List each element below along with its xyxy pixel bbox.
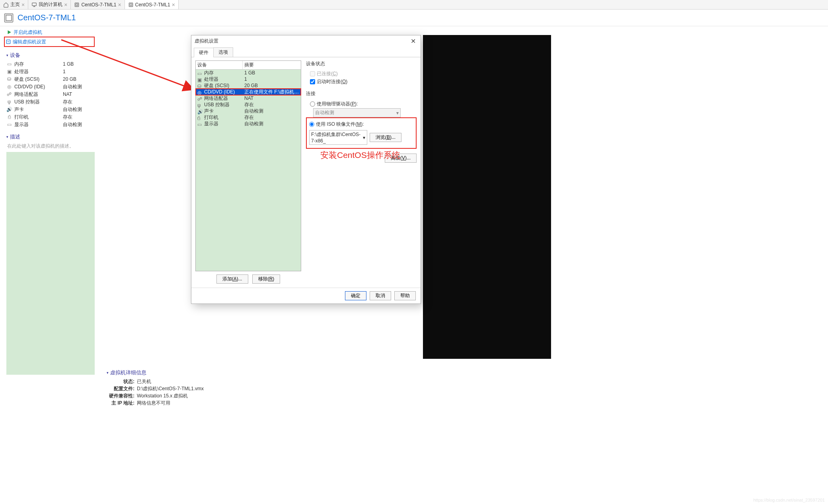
cd-icon: ◎ xyxy=(6,84,12,90)
tab-bar: 主页 × 我的计算机 × CentOS-7-TML1 × CentOS-7-TM… xyxy=(0,0,828,10)
close-icon[interactable]: × xyxy=(172,2,175,8)
hw-row[interactable]: ▣处理器1 xyxy=(196,76,301,82)
power-on-link[interactable]: 开启此虚拟机 xyxy=(6,29,95,36)
physical-radio-input[interactable] xyxy=(310,101,315,107)
hw-row[interactable]: ▭显示器自动检测 xyxy=(196,121,301,127)
edit-settings-highlight: 编辑虚拟机设置 xyxy=(4,37,95,47)
tab-my-computer[interactable]: 我的计算机 × xyxy=(28,0,71,9)
vm-title-icon xyxy=(3,12,14,23)
tab-label: CentOS-7-TML1 xyxy=(135,2,170,8)
vm-preview xyxy=(423,35,551,359)
edit-settings-link[interactable]: 编辑虚拟机设置 xyxy=(6,38,70,45)
cd-icon: ◎ xyxy=(197,90,203,95)
close-icon[interactable]: × xyxy=(21,2,25,8)
remove-button[interactable]: 移除(R) xyxy=(252,274,281,284)
add-button[interactable]: 添加(A)... xyxy=(216,274,248,284)
vm-title: CentOS-7-TML1 xyxy=(18,13,76,22)
vm-settings-dialog: 虚拟机设置 ✕ 硬件 选项 设备 摘要 ▭内存1 GB ▣处理器1 ⛁硬盘 (S… xyxy=(191,35,421,304)
vm-details: 虚拟机详细信息 状态:已关机 配置文件:D:\虚拟机\CentOS-7-TML1… xyxy=(107,369,204,407)
net-icon: ☍ xyxy=(6,92,12,97)
dialog-titlebar[interactable]: 虚拟机设置 ✕ xyxy=(191,35,421,47)
hardware-list-header: 设备 摘要 xyxy=(196,61,301,70)
vm-title-row: CentOS-7-TML1 xyxy=(0,10,828,26)
device-row[interactable]: 🔊声卡自动检测 xyxy=(6,106,95,113)
tab-vm-1[interactable]: CentOS-7-TML1 × xyxy=(71,0,125,9)
tab-home[interactable]: 主页 × xyxy=(0,0,28,9)
dialog-tabs: 硬件 选项 xyxy=(191,47,421,57)
net-icon: ☍ xyxy=(197,96,203,101)
display-icon: ▭ xyxy=(6,122,12,128)
memory-icon: ▭ xyxy=(197,70,203,76)
use-physical-radio[interactable]: 使用物理驱动器(P): xyxy=(306,99,417,108)
connection-title: 连接 xyxy=(306,90,417,97)
vm-icon xyxy=(128,2,134,8)
tab-options[interactable]: 选项 xyxy=(213,47,233,57)
annotation-text: 安装CentOS操作系统 xyxy=(320,150,400,161)
hw-row[interactable]: ☍网络适配器NAT xyxy=(196,95,301,101)
browse-button[interactable]: 浏览(B)... xyxy=(370,133,401,142)
iso-highlight-box: 使用 ISO 映像文件(M): F:\虚拟机集群\CentOS-7-x86_ ▾… xyxy=(306,117,417,149)
vm-icon xyxy=(74,2,80,8)
hw-row[interactable]: 🔊声卡自动检测 xyxy=(196,108,301,114)
hardware-list[interactable]: 设备 摘要 ▭内存1 GB ▣处理器1 ⛁硬盘 (SCSI)20 GB ◎CD/… xyxy=(195,60,301,271)
connect-on-poweron-checkbox[interactable]: 启动时连接(O) xyxy=(306,78,417,86)
hw-row[interactable]: ⎙打印机存在 xyxy=(196,114,301,121)
tab-hardware[interactable]: 硬件 xyxy=(194,48,214,57)
svg-rect-2 xyxy=(76,4,78,6)
device-row[interactable]: ⎙打印机存在 xyxy=(6,113,95,121)
disk-icon: ⛁ xyxy=(6,77,12,82)
home-icon xyxy=(3,2,9,8)
help-button[interactable]: 帮助 xyxy=(394,291,416,300)
iso-path-combo[interactable]: F:\虚拟机集群\CentOS-7-x86_ ▾ xyxy=(309,130,367,145)
description-header[interactable]: 描述 xyxy=(6,133,95,140)
power-on-label: 开启此虚拟机 xyxy=(14,29,42,36)
devices-header[interactable]: 设备 xyxy=(6,52,95,59)
svg-rect-6 xyxy=(6,15,12,21)
device-row[interactable]: ◎CD/DVD (IDE)自动检测 xyxy=(6,83,95,91)
device-row[interactable]: ⛁硬盘 (SCSI)20 GB xyxy=(6,76,95,83)
close-icon[interactable]: ✕ xyxy=(409,37,417,45)
printer-icon: ⎙ xyxy=(197,115,203,120)
description-placeholder: 在此处键入对该虚拟机的描述。 xyxy=(6,142,95,150)
svg-rect-3 xyxy=(129,3,132,6)
close-icon[interactable]: × xyxy=(118,2,121,8)
usb-icon: ψ xyxy=(6,99,12,105)
physical-drive-select: 自动检测 ▾ xyxy=(313,108,401,117)
device-row[interactable]: ▣处理器1 xyxy=(6,68,95,76)
edit-settings-label: 编辑虚拟机设置 xyxy=(13,38,46,45)
dialog-title: 虚拟机设置 xyxy=(195,38,218,45)
hw-row[interactable]: ▭内存1 GB xyxy=(196,70,301,76)
dialog-footer: 确定 取消 帮助 xyxy=(191,288,421,304)
description-box[interactable] xyxy=(6,152,95,375)
memory-icon: ▭ xyxy=(6,62,12,67)
device-list: ▭内存1 GB ▣处理器1 ⛁硬盘 (SCSI)20 GB ◎CD/DVD (I… xyxy=(6,60,95,128)
use-iso-radio[interactable]: 使用 ISO 映像文件(M): xyxy=(309,120,413,128)
connect-on-input[interactable] xyxy=(310,79,315,84)
device-row[interactable]: ψUSB 控制器存在 xyxy=(6,98,95,106)
cancel-button[interactable]: 取消 xyxy=(370,291,391,300)
watermark: https://blog.csdn.net/sinat_23597201 xyxy=(753,498,825,502)
printer-icon: ⎙ xyxy=(6,115,12,120)
iso-radio-input[interactable] xyxy=(309,122,314,127)
sound-icon: 🔊 xyxy=(6,107,12,113)
chevron-down-icon: ▾ xyxy=(363,135,365,140)
hardware-detail: 设备状态 已连接(C) 启动时连接(O) 连接 使用物理驱动器(P): 自动检测 xyxy=(306,60,417,284)
vm-details-header[interactable]: 虚拟机详细信息 xyxy=(107,369,204,376)
usb-icon: ψ xyxy=(197,102,203,107)
chevron-down-icon: ▾ xyxy=(396,110,399,116)
close-icon[interactable]: × xyxy=(64,2,67,8)
display-icon: ▭ xyxy=(197,121,203,126)
hw-row[interactable]: ψUSB 控制器存在 xyxy=(196,101,301,108)
device-row[interactable]: ▭显示器自动检测 xyxy=(6,121,95,128)
tab-vm-2-active[interactable]: CentOS-7-TML1 × xyxy=(125,0,179,9)
device-row[interactable]: ☍网络适配器NAT xyxy=(6,91,95,98)
device-row[interactable]: ▭内存1 GB xyxy=(6,60,95,68)
cpu-icon: ▣ xyxy=(6,69,12,75)
device-status-title: 设备状态 xyxy=(306,60,417,67)
col-device: 设备 xyxy=(196,61,243,69)
ok-button[interactable]: 确定 xyxy=(345,291,366,300)
hw-row-cddvd-selected[interactable]: ◎CD/DVD (IDE)正在使用文件 F:\虚拟机集群... xyxy=(196,89,301,95)
hw-row[interactable]: ⛁硬盘 (SCSI)20 GB xyxy=(196,82,301,89)
connected-input xyxy=(310,71,315,76)
left-panel: 开启此虚拟机 编辑虚拟机设置 设备 ▭内存1 GB ▣处理器1 ⛁硬盘 (SCS… xyxy=(0,26,99,375)
